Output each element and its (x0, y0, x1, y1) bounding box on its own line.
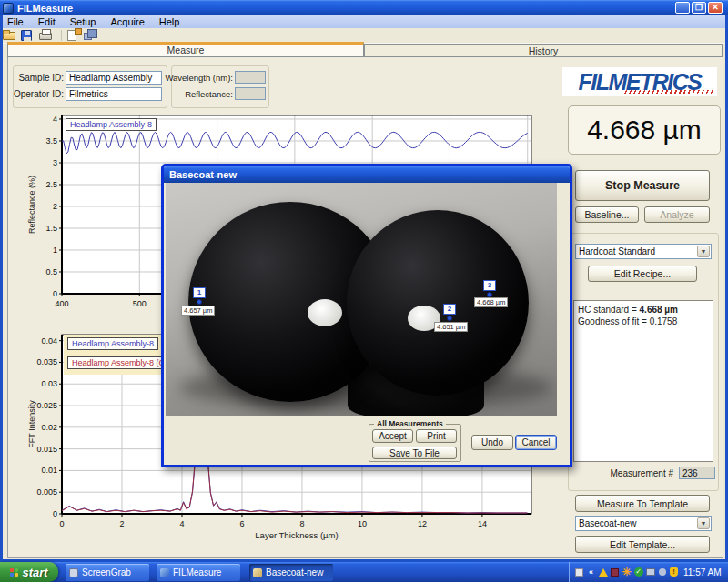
restore-button[interactable]: ❐ (692, 2, 706, 14)
logo-hatch (622, 90, 713, 94)
task-screengrab[interactable]: ScreenGrab (66, 564, 149, 581)
save-icon[interactable] (21, 29, 36, 42)
template-value: Basecoat-new (579, 518, 636, 528)
wavelength-label: Wavelength (nm): (162, 73, 233, 83)
sample-id-input[interactable]: Headlamp Assembly (66, 71, 162, 85)
svg-text:0.015: 0.015 (36, 445, 57, 454)
filmeasure-task-icon (160, 568, 169, 577)
thickness-readout: 4.668 µm (568, 105, 721, 155)
taskbar: start ScreenGrab FILMeasure Basecoat-new… (0, 562, 728, 582)
marker-2-pin-icon[interactable] (447, 316, 452, 321)
edit-recipe-button[interactable]: Edit Recipe... (588, 266, 697, 282)
tab-measure[interactable]: Measure (7, 42, 364, 57)
copy-snapshot-icon[interactable] (84, 29, 99, 42)
basecoat-task-icon (253, 568, 262, 577)
display-icon[interactable] (645, 567, 655, 577)
accept-button[interactable]: Accept (372, 429, 413, 443)
warning-icon[interactable] (598, 567, 608, 577)
measurement-number-field: 236 (679, 467, 715, 479)
svg-text:0: 0 (59, 519, 64, 528)
minimize-button[interactable]: _ (675, 2, 690, 14)
svg-text:0.04: 0.04 (41, 336, 57, 346)
clock: 11:57 AM (683, 567, 722, 577)
svg-text:2: 2 (119, 519, 124, 528)
recipe-dropdown[interactable]: Hardcoat Standard ▼ (575, 244, 712, 259)
open-file-icon[interactable] (3, 29, 18, 42)
all-measurements-label: All Measurements (374, 419, 446, 428)
svg-text:12: 12 (418, 519, 427, 528)
svg-text:1.5: 1.5 (46, 224, 57, 233)
template-dropdown-arrow[interactable]: ▼ (697, 517, 710, 529)
dialog-title-bar: Basecoat-new (164, 166, 570, 183)
svg-text:0.005: 0.005 (36, 487, 57, 497)
close-button[interactable]: ✕ (708, 2, 723, 14)
svg-text:6: 6 (239, 519, 244, 528)
security-shield-icon[interactable]: ! (669, 567, 679, 577)
template-dropdown[interactable]: Basecoat-new ▼ (575, 516, 712, 531)
reflectance-label: Reflectance: (162, 89, 233, 99)
svg-text:0: 0 (53, 509, 57, 518)
menu-file[interactable]: File (0, 16, 31, 27)
start-button[interactable]: start (0, 562, 58, 582)
marker-2-value: 4.651 µm (434, 322, 468, 332)
recipe-value: Hardcoat Standard (579, 246, 655, 256)
wavelength-field (235, 71, 266, 84)
cancel-button[interactable]: Cancel (515, 435, 557, 450)
window-title: FILMeasure (17, 3, 73, 14)
task-basecoat-new[interactable]: Basecoat-new (249, 564, 333, 581)
edit-template-button[interactable]: Edit Template... (575, 536, 710, 553)
svg-text:0.025: 0.025 (36, 401, 57, 410)
svg-text:500: 500 (133, 299, 147, 308)
windows-flag-icon (10, 568, 18, 577)
menu-edit[interactable]: Edit (31, 16, 63, 27)
results-box: HC standard = 4.668 µm Goodness of fit =… (573, 300, 713, 462)
recipe-dropdown-arrow[interactable]: ▼ (697, 246, 710, 257)
filmeasure-window: FILMeasure _ ❐ ✕ File Edit Setup Acquire… (0, 0, 728, 562)
reflectance-field (235, 87, 266, 100)
svg-text:14: 14 (478, 519, 487, 528)
svg-text:10: 10 (358, 519, 367, 528)
svg-text:3.5: 3.5 (46, 136, 57, 146)
svg-text:400: 400 (55, 299, 68, 308)
volume-icon[interactable] (657, 567, 667, 577)
marker-2-number[interactable]: 2 (443, 304, 456, 315)
menu-setup[interactable]: Setup (63, 16, 104, 27)
basecoat-dialog: Basecoat-new 1 4.657 µm 2 4.651 µm 3 4.6… (161, 164, 572, 467)
task-filmeasure[interactable]: FILMeasure (157, 564, 240, 581)
measurement-number-label: Measurement # (582, 468, 673, 478)
result-line1-prefix: HC standard = (578, 305, 640, 315)
menu-bar: File Edit Setup Acquire Help (0, 15, 728, 28)
print-button[interactable]: Print (416, 429, 457, 443)
result-line2: Goodness of fit = 0.1758 (578, 316, 709, 327)
svg-text:Reflectance (%): Reflectance (%) (27, 176, 36, 234)
menu-help[interactable]: Help (152, 16, 187, 27)
title-bar: FILMeasure _ ❐ ✕ (0, 0, 728, 15)
measure-to-template-button[interactable]: Measure To Template (575, 495, 710, 512)
marker-1-number[interactable]: 1 (193, 287, 206, 298)
filmetrics-logo: FILMETRICS (562, 67, 717, 96)
input-indicator-icon[interactable] (574, 567, 584, 577)
svg-text:2: 2 (53, 202, 57, 211)
print-icon[interactable] (39, 29, 55, 42)
menu-acquire[interactable]: Acquire (103, 16, 151, 27)
marker-3-number[interactable]: 3 (483, 280, 496, 291)
hide-chevron-icon[interactable]: « (586, 567, 596, 577)
screengrab-icon (69, 568, 78, 577)
svg-text:0.01: 0.01 (41, 466, 57, 475)
marker-1-pin-icon[interactable] (197, 299, 202, 305)
operator-id-label: Operator ID: (11, 89, 64, 99)
baseline-button[interactable]: Baseline... (575, 206, 639, 223)
legend-reflectance: Headlamp Assembly-8 (66, 118, 157, 131)
save-to-file-button[interactable]: Save To File (372, 447, 457, 459)
network-monitor-icon[interactable] (610, 567, 620, 577)
tab-history[interactable]: History (364, 44, 723, 57)
color-app-icon[interactable]: ✳ (622, 567, 632, 577)
stop-measure-button[interactable]: Stop Measure (575, 170, 710, 201)
svg-text:0.02: 0.02 (41, 423, 57, 432)
antivirus-ok-icon[interactable]: ✓ (633, 567, 643, 577)
export-report-icon[interactable] (66, 29, 81, 42)
undo-button[interactable]: Undo (471, 435, 513, 450)
legend-fft-calc: Headlamp Assembly-8 (C (67, 356, 169, 369)
svg-text:0.5: 0.5 (46, 267, 57, 276)
operator-id-input[interactable]: Filmetrics (66, 87, 162, 101)
